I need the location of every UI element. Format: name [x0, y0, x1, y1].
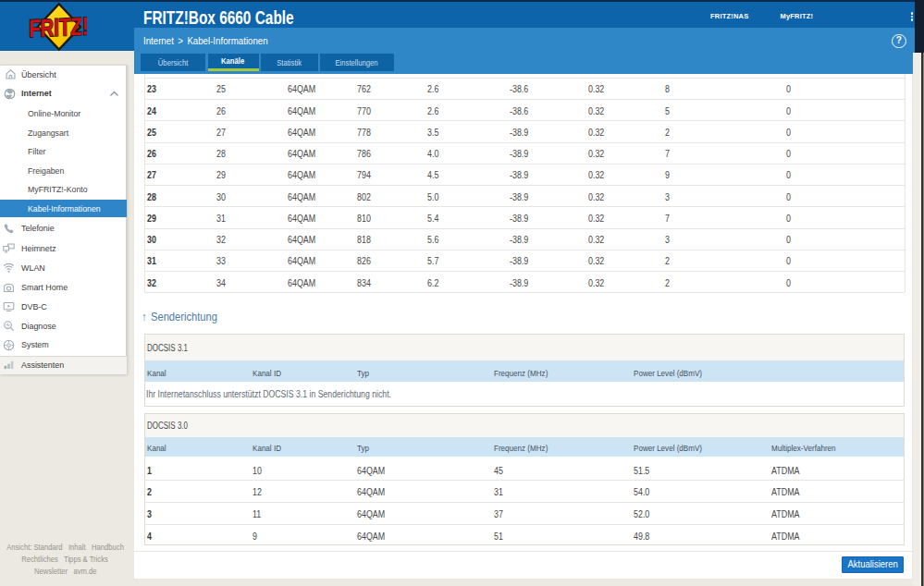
svg-text:FRITZ!: FRITZ! — [29, 12, 89, 43]
